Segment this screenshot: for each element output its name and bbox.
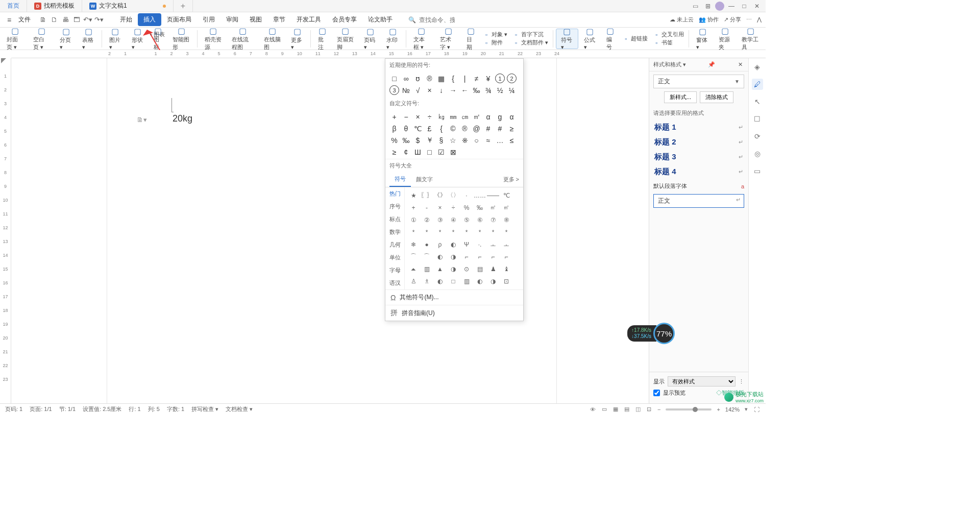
- symbol-cell[interactable]: ③: [433, 214, 447, 226]
- ribbon-形状[interactable]: ▢形状 ▾: [127, 29, 149, 49]
- ribbon-对象[interactable]: ▫对象 ▾: [483, 31, 507, 38]
- file-menu[interactable]: 文件: [14, 15, 35, 24]
- symbol-cell[interactable]: ⊡: [500, 275, 513, 287]
- status-item[interactable]: 行: 1: [129, 405, 140, 413]
- ribbon-空白页[interactable]: ▢空白页 ▾: [29, 29, 54, 49]
- symbol-cell[interactable]: ◑: [486, 275, 500, 287]
- recent-symbol[interactable]: {: [447, 73, 459, 84]
- ribbon-超链接[interactable]: ▫超链接: [622, 35, 648, 42]
- document-canvas[interactable]: 🗎▾ 20kg 近期使用的符号: □∞ʊ®▦{|≠¥123№√×↓→←‰¾½¼ …: [11, 58, 649, 403]
- symbol-cell[interactable]: ◑: [447, 263, 460, 275]
- menu-tab-页面布局[interactable]: 页面布局: [161, 13, 197, 26]
- ribbon-艺术字[interactable]: ▢艺术字 ▾: [435, 29, 461, 49]
- view-eye-icon[interactable]: 👁: [589, 406, 597, 413]
- custom-symbol[interactable]: $: [412, 134, 424, 146]
- rail-book-icon[interactable]: ▭: [752, 165, 763, 177]
- menu-tab-视图[interactable]: 视图: [244, 13, 267, 26]
- status-item[interactable]: 文档检查 ▾: [226, 405, 253, 413]
- maximize-button[interactable]: □: [739, 2, 750, 11]
- custom-symbol[interactable]: ℃: [412, 123, 424, 134]
- custom-symbol[interactable]: §: [435, 134, 447, 146]
- custom-symbol[interactable]: ㎡: [471, 111, 482, 123]
- more-icon[interactable]: ⋯: [746, 16, 752, 23]
- symbol-cell[interactable]: ㅗ: [486, 238, 500, 250]
- ribbon-文档部件[interactable]: ▫文档部件 ▾: [512, 39, 548, 46]
- custom-symbol[interactable]: £: [424, 123, 435, 134]
- ribbon-页码[interactable]: ▢页码 ▾: [359, 29, 381, 49]
- style-item[interactable]: 标题 3↵: [652, 150, 745, 164]
- redo-icon[interactable]: ↷▾: [94, 15, 104, 25]
- pinyin-guide-item[interactable]: 拼 拼音指南(U): [385, 305, 523, 321]
- preview-checkbox[interactable]: [653, 390, 660, 396]
- symbol-category[interactable]: 热门: [385, 187, 404, 200]
- symbol-category[interactable]: 字母: [385, 264, 404, 277]
- cloud-link[interactable]: ☁未上云: [670, 16, 694, 23]
- command-search-input[interactable]: [419, 16, 455, 23]
- custom-symbol[interactable]: −: [400, 111, 412, 123]
- ribbon-在线流程图[interactable]: ▢在线流程图: [227, 29, 258, 49]
- menu-tab-论文助手[interactable]: 论文助手: [362, 13, 398, 26]
- custom-symbol[interactable]: ≈: [482, 134, 494, 146]
- zoom-in-button[interactable]: +: [716, 406, 721, 413]
- ribbon-文本框[interactable]: ▢文本框 ▾: [409, 29, 434, 49]
- custom-symbol[interactable]: ※: [459, 134, 471, 146]
- symbol-cell[interactable]: ●: [420, 238, 433, 250]
- recent-symbol[interactable]: ½: [494, 84, 506, 96]
- status-item[interactable]: 列: 5: [148, 405, 160, 413]
- recent-symbol[interactable]: |: [459, 73, 471, 84]
- recent-symbol[interactable]: →: [447, 84, 459, 96]
- minimize-button[interactable]: —: [726, 2, 737, 11]
- symbol-cell[interactable]: *: [460, 226, 473, 238]
- ribbon-智能图形[interactable]: ▢智能图形: [168, 29, 194, 49]
- custom-symbol[interactable]: ㎏: [435, 111, 447, 123]
- symbol-cell[interactable]: ⌒: [420, 251, 433, 262]
- symbol-cell[interactable]: ÷: [447, 202, 460, 213]
- recent-symbol[interactable]: ¥: [482, 73, 494, 84]
- recent-symbol[interactable]: ʊ: [412, 73, 424, 84]
- menu-tab-会员专享[interactable]: 会员专享: [327, 13, 362, 26]
- custom-symbol[interactable]: ×: [412, 111, 424, 123]
- recent-symbol[interactable]: ≠: [471, 73, 482, 84]
- grid-icon[interactable]: ⊞: [702, 2, 714, 11]
- symbol-cell[interactable]: *: [447, 226, 460, 238]
- recent-symbol[interactable]: ‰: [471, 84, 482, 96]
- custom-symbol[interactable]: +: [388, 111, 400, 123]
- ribbon-附件[interactable]: ▫附件: [483, 39, 507, 46]
- ribbon-封面页[interactable]: ▢封面页 ▾: [2, 29, 28, 49]
- rail-locate-icon[interactable]: ◎: [752, 148, 763, 159]
- rail-select-icon[interactable]: ☐: [752, 113, 763, 125]
- menu-tab-插入[interactable]: 插入: [138, 13, 161, 26]
- custom-symbol[interactable]: Ш: [412, 146, 424, 158]
- symbol-cell[interactable]: ④: [447, 214, 460, 226]
- ribbon-符号[interactable]: ▢符号 ▾: [556, 29, 578, 49]
- style-item[interactable]: 标题 1↵: [652, 120, 745, 135]
- custom-symbol[interactable]: α: [506, 111, 518, 123]
- zoom-out-button[interactable]: −: [656, 406, 662, 413]
- layout-icon[interactable]: ▭: [690, 2, 701, 11]
- status-item[interactable]: 设置值: 2.5厘米: [83, 405, 121, 413]
- symbol-cell[interactable]: ▲: [433, 263, 447, 275]
- symbol-cell[interactable]: ·: [460, 189, 473, 201]
- tab-add[interactable]: +: [174, 0, 193, 12]
- other-symbols-item[interactable]: Ω 其他符号(M)...: [385, 289, 523, 305]
- symbol-cell[interactable]: 〖〗: [420, 189, 433, 201]
- symbol-cell[interactable]: ρ: [433, 238, 447, 250]
- tab-templates[interactable]: D 找稻壳模板: [27, 0, 82, 12]
- ribbon-书签[interactable]: ▫书签: [653, 39, 684, 46]
- recent-symbol[interactable]: ¾: [482, 84, 494, 96]
- custom-symbol[interactable]: @: [471, 123, 482, 134]
- recent-symbol[interactable]: 1: [495, 74, 505, 83]
- ribbon-批注[interactable]: ▢批注: [313, 29, 331, 49]
- corner-handle[interactable]: [1, 58, 6, 63]
- symbol-cell[interactable]: ㎡: [500, 202, 513, 213]
- symbol-category[interactable]: 单位: [385, 251, 404, 264]
- ribbon-在线脑图[interactable]: ▢在线脑图: [259, 29, 286, 49]
- symbol-cell[interactable]: ⌐: [500, 251, 513, 262]
- status-item[interactable]: 字数: 1: [167, 405, 184, 413]
- symbol-cell[interactable]: □: [447, 275, 460, 287]
- new-style-button[interactable]: 新样式...: [664, 91, 697, 103]
- share-link[interactable]: ↗分享: [724, 16, 741, 23]
- symbol-cell[interactable]: ⑦: [486, 214, 500, 226]
- preview-icon[interactable]: 🗔: [71, 15, 82, 25]
- custom-symbol[interactable]: ○: [471, 134, 482, 146]
